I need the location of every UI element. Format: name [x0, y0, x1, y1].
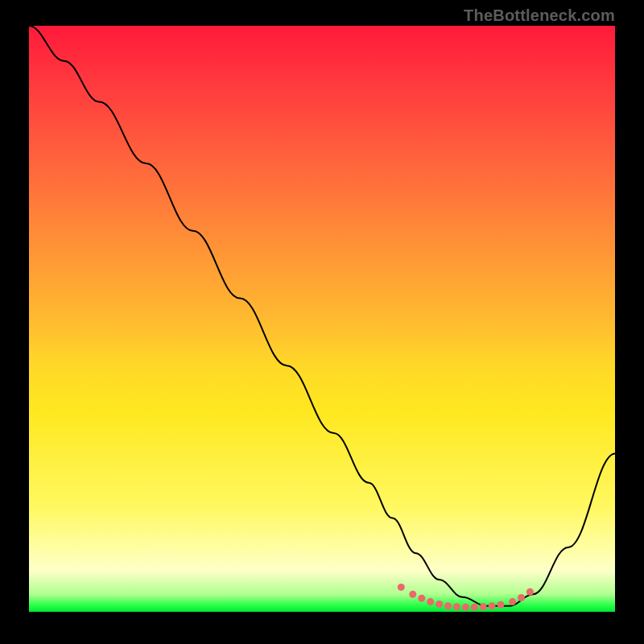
- chart-container: TheBottleneck.com: [0, 0, 644, 644]
- marker-point: [444, 602, 452, 609]
- marker-point: [398, 584, 405, 591]
- marker-point: [418, 595, 425, 602]
- marker-point: [409, 591, 416, 598]
- plot-area: [29, 26, 615, 612]
- marker-point: [497, 601, 505, 609]
- marker-point: [427, 598, 434, 605]
- marker-point: [471, 604, 478, 611]
- bottleneck-curve: [29, 26, 615, 606]
- marker-point: [489, 602, 496, 609]
- marker-point: [509, 598, 516, 605]
- marker-point: [518, 594, 525, 601]
- chart-svg: [29, 26, 615, 612]
- marker-point: [453, 603, 460, 610]
- marker-point: [436, 601, 443, 608]
- watermark-text: TheBottleneck.com: [464, 6, 615, 25]
- marker-point: [480, 603, 487, 610]
- marker-point: [526, 588, 534, 596]
- highlighted-markers: [398, 584, 534, 611]
- marker-point: [462, 604, 469, 611]
